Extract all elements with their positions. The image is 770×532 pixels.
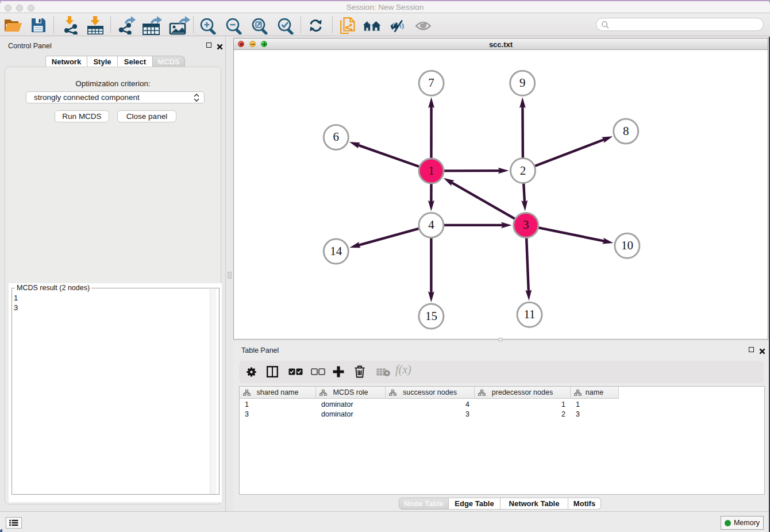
svg-text:1: 1 [428,164,434,178]
svg-text:3: 3 [523,218,529,232]
svg-text:15: 15 [425,309,437,323]
svg-text:9: 9 [519,76,526,90]
svg-text:8: 8 [623,124,629,138]
svg-text:7: 7 [428,76,434,90]
svg-text:10: 10 [621,238,633,252]
svg-text:11: 11 [523,307,535,321]
svg-text:2: 2 [520,164,526,178]
svg-text:6: 6 [333,130,340,144]
svg-text:14: 14 [330,244,342,258]
svg-text:4: 4 [428,218,434,232]
